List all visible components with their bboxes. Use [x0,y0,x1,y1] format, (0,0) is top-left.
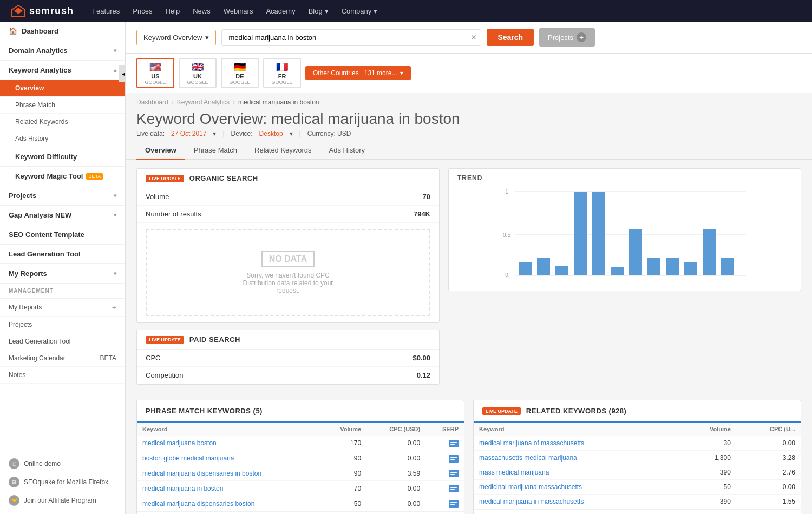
de-flag: 🇩🇪 [234,61,246,73]
date-picker[interactable]: 27 Oct 2017 [171,130,206,137]
keyword-link[interactable]: medicinal marijuana massachusetts [479,483,582,491]
chevron-down-icon: ▾ [114,271,116,276]
other-countries-button[interactable]: Other Countries 131 more... ▾ [305,66,411,80]
nav-company[interactable]: Company ▾ [342,7,378,15]
management-label: MANAGEMENT [0,284,125,299]
country-bar: 🇺🇸 US GOOGLE 🇬🇧 UK GOOGLE 🇩🇪 DE GOOGLE 🇫… [126,54,812,93]
sidebar-item-ads-history[interactable]: Ads History [0,130,125,147]
chevron-down-icon: ▾ [205,34,209,42]
serp-icon[interactable] [449,485,459,492]
us-flag: 🇺🇸 [149,61,161,73]
search-type-dropdown[interactable]: Keyword Overview ▾ [136,30,216,45]
sidebar-item-phrase-match[interactable]: Phrase Match [0,97,125,114]
related-keywords-actions: Export [474,509,801,514]
country-us-button[interactable]: 🇺🇸 US GOOGLE [136,58,174,88]
keyword-link[interactable]: medical marijuana of massachusetts [479,439,584,447]
sidebar-item-lead-generation-tool[interactable]: Lead Generation Tool [0,245,125,264]
breadcrumb-current: medical marijuana in boston [238,98,319,106]
no-data-label: NO DATA [261,251,315,267]
nav-prices[interactable]: Prices [133,7,152,15]
organic-search-table: Volume 70 Number of results 794K [137,188,439,223]
sidebar-bottom-online-demo[interactable]: ◻ Online demo [0,454,125,473]
sidebar-item-keyword-difficulty[interactable]: Keyword Difficulty [0,147,125,167]
sidebar-item-keyword-magic-tool[interactable]: Keyword Magic Tool BETA [0,167,125,186]
svg-rect-9 [537,258,550,275]
chevron-down-icon: ▾ [374,7,377,15]
keyword-link[interactable]: medical marijuana boston [142,439,217,447]
svg-rect-14 [629,229,642,275]
phrase-match-title: PHRASE MATCH KEYWORDS (5) [146,407,263,415]
country-de-button[interactable]: 🇩🇪 DE GOOGLE [221,58,259,88]
sidebar-item-projects[interactable]: Projects ▾ [0,186,125,206]
tab-phrase-match[interactable]: Phrase Match [185,142,246,160]
new-badge: NEW [55,211,71,219]
trend-title: TREND [457,174,792,182]
nav-academy[interactable]: Academy [266,7,295,15]
brand-logo[interactable]: semrush [11,4,74,17]
right-panel: TREND 1 0.5 0 [448,168,801,391]
sidebar-item-gap-analysis[interactable]: Gap Analysis NEW ▾ [0,206,125,225]
country-fr-button[interactable]: 🇫🇷 FR GOOGLE [263,58,301,88]
keyword-link[interactable]: medical marijuana in massachusetts [479,498,584,505]
nav-blog[interactable]: Blog ▾ [309,7,329,15]
svg-rect-17 [684,262,697,275]
no-data-box: NO DATA Sorry, we haven't found CPC Dist… [146,229,430,316]
table-row: medical marijuana in massachusetts 390 1… [474,495,801,509]
chevron-down-icon: ▾ [400,69,403,77]
sidebar-bottom-seoquake[interactable]: ⊞ SEOquake for Mozilla Firefox [0,473,125,491]
management-item-marketing-calendar[interactable]: Marketing Calendar BETA [0,350,125,367]
serp-icon[interactable] [449,440,459,447]
nav-news[interactable]: News [193,7,211,15]
keyword-link[interactable]: boston globe medical marijuana [142,454,234,462]
paid-search-table: CPC $0.00 Competition 0.12 [137,350,439,384]
sidebar-item-overview[interactable]: Overview [0,80,125,97]
management-item-projects[interactable]: Projects [0,317,125,333]
device-selector[interactable]: Desktop [259,130,283,137]
chevron-up-icon: ▴ [114,67,116,73]
country-uk-button[interactable]: 🇬🇧 UK GOOGLE [179,58,217,88]
management-item-notes[interactable]: Notes [0,367,125,384]
nav-help[interactable]: Help [165,7,180,15]
management-item-lead-generation[interactable]: Lead Generation Tool [0,333,125,350]
keyword-link[interactable]: medical marijuana dispensaries boston [142,500,254,508]
serp-icon[interactable] [449,455,459,463]
left-panel: live update ORGANIC SEARCH Volume 70 Num… [136,168,440,391]
serp-icon[interactable] [449,500,459,508]
breadcrumb-dashboard[interactable]: Dashboard [136,98,168,106]
search-bar: Keyword Overview ▾ ✕ Search Projects + [126,22,812,54]
tab-related-keywords[interactable]: Related Keywords [246,142,320,160]
sidebar-item-seo-content-template[interactable]: SEO Content Template [0,225,125,245]
plus-icon: + [112,303,116,312]
sidebar-item-my-reports[interactable]: My Reports ▾ [0,264,125,284]
breadcrumb-keyword-analytics[interactable]: Keyword Analytics [177,98,230,106]
home-icon: 🏠 [9,27,17,35]
table-row: medical marijuana in boston 70 0.00 [137,481,464,496]
keyword-link[interactable]: mass medical marijuana [479,469,549,476]
projects-button[interactable]: Projects + [539,28,595,47]
serp-icon[interactable] [449,470,459,477]
search-input[interactable] [221,29,481,46]
nav-webinars[interactable]: Webinars [224,7,253,15]
sidebar-bottom-affiliate[interactable]: 🤝 Join our Affiliate Program [0,491,125,510]
organic-search-title: ORGANIC SEARCH [189,174,258,182]
keyword-link[interactable]: medical marijuana in boston [142,485,223,492]
sidebar-item-keyword-analytics[interactable]: Keyword Analytics ▴ [0,61,125,80]
tab-overview[interactable]: Overview [136,142,185,160]
sidebar-item-dashboard[interactable]: 🏠 Dashboard [0,22,125,41]
col-serp: SERP [425,423,464,436]
management-item-my-reports[interactable]: My Reports + [0,299,125,317]
tab-ads-history[interactable]: Ads History [320,142,374,160]
keyword-link[interactable]: medical marijuana dispensaries in boston [142,470,261,477]
search-button[interactable]: Search [487,29,534,46]
col-volume: Volume [679,423,736,436]
search-input-wrap: ✕ [221,29,481,46]
col-keyword: Keyword [137,423,322,436]
sidebar-item-related-keywords[interactable]: Related Keywords [0,114,125,130]
keyword-link[interactable]: massachusetts medical marijuana [479,454,577,462]
clear-search-button[interactable]: ✕ [470,33,477,42]
nav-features[interactable]: Features [92,7,120,15]
sidebar-item-domain-analytics[interactable]: Domain Analytics ▾ [0,41,125,61]
sidebar-collapse-button[interactable]: ◀ [119,65,126,82]
main-content: Keyword Overview ▾ ✕ Search Projects + 🇺… [126,22,812,514]
svg-rect-19 [721,258,734,275]
